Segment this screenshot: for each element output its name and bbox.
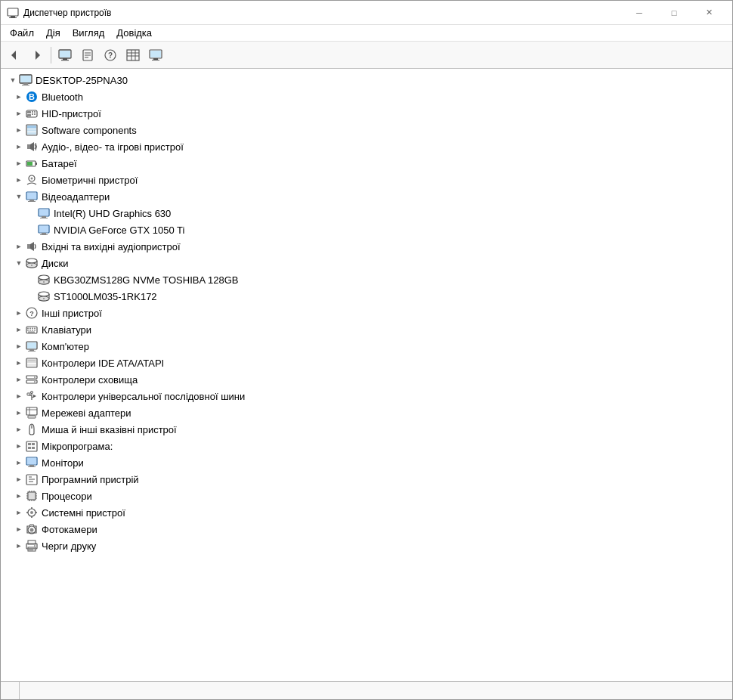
list-item[interactable]: ► Монітори — [1, 454, 732, 471]
list-item[interactable]: ► Системні пристрої — [1, 504, 732, 521]
list-item[interactable]: ► Миша й інші вказівні пристрої — [1, 421, 732, 438]
firmware-expander[interactable]: ► — [13, 440, 25, 452]
list-item[interactable]: ► Біометричні пристрої — [1, 172, 732, 188]
list-item[interactable]: ▼ Диски — [1, 255, 732, 271]
menu-view[interactable]: Вигляд — [66, 26, 111, 40]
audio-expander[interactable]: ► — [13, 141, 25, 153]
keyboard-expander[interactable]: ► — [13, 324, 25, 336]
list-item[interactable]: ► Мережеві адаптери — [1, 404, 732, 421]
svg-rect-107 — [26, 441, 37, 451]
list-item[interactable]: ► Програмний пристрій — [1, 471, 732, 488]
biometric-expander[interactable]: ► — [13, 174, 25, 186]
camera-expander[interactable]: ► — [13, 523, 25, 535]
mouse-expander[interactable]: ► — [13, 423, 25, 435]
minimize-button[interactable]: ─ — [622, 1, 657, 25]
list-item[interactable]: ► ST1000LM035-1RK172 — [1, 288, 732, 305]
audio-ports-expander[interactable]: ► — [13, 240, 25, 252]
storage-expander[interactable]: ► — [13, 373, 25, 386]
svg-rect-32 — [32, 111, 33, 113]
svg-rect-109 — [32, 443, 35, 445]
list-item[interactable]: ► Аудіо-, відео- та ігрові пристрої — [1, 138, 732, 155]
list-item[interactable]: ► Процес — [1, 488, 732, 504]
menu-action[interactable]: Дія — [40, 26, 66, 40]
list-item[interactable]: ► Software components — [1, 122, 732, 138]
list-item[interactable]: ► Фотокамери — [1, 521, 732, 537]
print-label: Черги друку — [42, 540, 96, 552]
list-item[interactable]: ► Клавіатури — [1, 321, 732, 338]
list-item[interactable]: ► Батареї — [1, 155, 732, 172]
svg-rect-55 — [40, 218, 48, 218]
forward-button[interactable] — [26, 45, 48, 66]
program-expander[interactable]: ► — [13, 473, 25, 485]
disks-label: Диски — [42, 258, 69, 269]
disks-expander[interactable]: ▼ — [13, 257, 25, 269]
list-item[interactable]: ► Контролери сховища — [1, 371, 732, 388]
cpu-expander[interactable]: ► — [13, 490, 25, 502]
list-item[interactable]: ► Intel(R) UHD Graphics 630 — [1, 205, 732, 221]
monitors-expander[interactable]: ► — [13, 457, 25, 469]
menu-file[interactable]: Файл — [4, 26, 40, 40]
svg-rect-78 — [27, 330, 29, 331]
svg-rect-36 — [27, 114, 31, 116]
software-expander[interactable]: ► — [13, 124, 25, 136]
usb-expander[interactable]: ► — [13, 390, 25, 402]
svg-rect-41 — [27, 144, 30, 149]
device-tree[interactable]: ▼ DESKTOP-25PNA30 ► B Bluetooth — [1, 69, 732, 681]
root-expander[interactable]: ▼ — [7, 74, 19, 86]
bluetooth-icon: B — [25, 90, 39, 104]
list-item[interactable]: ► KBG30ZMS128G NVMe TOSHIBA 128GB — [1, 271, 732, 288]
list-item[interactable]: ► Мікропрограма: — [1, 438, 732, 454]
system-expander[interactable]: ► — [13, 506, 25, 519]
computer-button[interactable] — [54, 45, 76, 66]
help-button[interactable]: ? — [100, 45, 121, 66]
svg-marker-61 — [30, 242, 34, 251]
list-item[interactable]: ► B Bluetooth — [1, 88, 732, 105]
svg-rect-88 — [27, 359, 36, 363]
list-item[interactable]: ► ? Інші пристрої — [1, 305, 732, 321]
bluetooth-label: Bluetooth — [42, 91, 83, 103]
svg-rect-33 — [34, 111, 36, 113]
svg-rect-80 — [32, 330, 33, 331]
list-item[interactable]: ► Вхідні та вихідні аудіопристрої — [1, 238, 732, 255]
list-item[interactable]: ▼ Відеоадаптери — [1, 188, 732, 205]
svg-rect-98 — [27, 393, 30, 395]
other-expander[interactable]: ► — [13, 307, 25, 319]
list-item[interactable]: ► Комп'ютер — [1, 338, 732, 355]
menu-help[interactable]: Довідка — [110, 26, 158, 40]
svg-rect-74 — [27, 328, 29, 330]
monitor-button[interactable] — [145, 45, 166, 66]
close-button[interactable]: ✕ — [691, 1, 726, 25]
tree-root[interactable]: ▼ DESKTOP-25PNA30 — [1, 72, 732, 88]
svg-rect-59 — [40, 234, 48, 235]
list-item[interactable]: ► HID-пристрої — [1, 105, 732, 122]
ide-expander[interactable]: ► — [13, 357, 25, 369]
svg-rect-8 — [60, 51, 70, 57]
back-button[interactable] — [4, 45, 25, 66]
svg-rect-113 — [27, 458, 36, 464]
list-item[interactable]: ► Контролери IDE ATA/ATAPI — [1, 355, 732, 371]
list-item[interactable]: ► Контролери універсальної послідовної ш… — [1, 388, 732, 404]
status-segment-2 — [20, 682, 726, 699]
computer-node-expander[interactable]: ► — [13, 340, 25, 352]
maximize-button[interactable]: □ — [657, 1, 691, 25]
properties-button[interactable] — [77, 45, 98, 66]
svg-rect-25 — [20, 76, 31, 82]
svg-rect-115 — [28, 466, 36, 467]
list-item[interactable]: ► NVIDIA GeForce GTX 1050 Ti — [1, 221, 732, 238]
audio-icon — [25, 140, 39, 153]
battery-expander[interactable]: ► — [13, 157, 25, 169]
software-icon — [25, 123, 39, 137]
bluetooth-expander[interactable]: ► — [13, 91, 25, 103]
resource-table-button[interactable] — [122, 45, 144, 66]
svg-rect-35 — [34, 113, 36, 115]
display-expander[interactable]: ▼ — [13, 190, 25, 203]
camera-label: Фотокамери — [42, 524, 97, 535]
hid-expander[interactable]: ► — [13, 107, 25, 119]
svg-marker-42 — [30, 142, 34, 151]
svg-text:?: ? — [29, 310, 34, 317]
print-expander[interactable]: ► — [13, 540, 25, 552]
list-item[interactable]: ► Черги друку — [1, 537, 732, 554]
network-expander[interactable]: ► — [13, 407, 25, 419]
svg-rect-15 — [127, 50, 139, 60]
storage-label: Контролери сховища — [42, 374, 138, 386]
